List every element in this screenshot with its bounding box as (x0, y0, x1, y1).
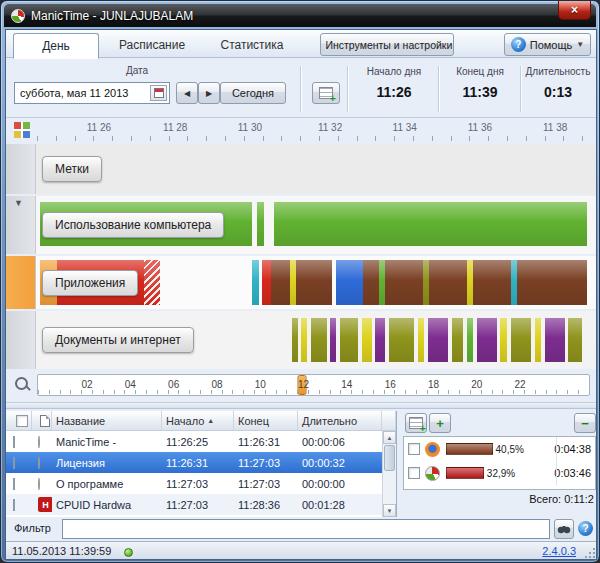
timeline-segment[interactable] (144, 260, 161, 305)
row-checkbox[interactable] (13, 478, 15, 490)
tab-statistics[interactable]: Статистика (208, 33, 296, 57)
scroll-down-icon[interactable]: ▼ (383, 504, 396, 517)
zoom-tick-label: 06 (168, 379, 179, 390)
timeline-segment[interactable] (428, 318, 448, 362)
timeline-segment[interactable] (336, 260, 363, 305)
today-button[interactable]: Сегодня (220, 82, 286, 104)
row-track-applications[interactable]: Приложения (37, 256, 590, 309)
row-label-computer-usage[interactable]: Использование компьютера (42, 212, 224, 238)
add-button[interactable]: + (429, 413, 451, 433)
row-label-documents[interactable]: Документы и интернет (42, 327, 194, 353)
timeline-segment[interactable] (568, 318, 581, 362)
icon-column-header[interactable] (32, 411, 52, 430)
tab-day[interactable]: День (13, 33, 99, 59)
status-datetime: 11.05.2013 11:39:59 (12, 545, 111, 557)
close-button[interactable]: × (558, 1, 591, 20)
usage-bar (446, 467, 484, 479)
row-checkbox[interactable] (13, 457, 15, 469)
timeline-segment[interactable] (418, 318, 424, 362)
summary-row[interactable]: 32,9% 0:03:46 (404, 461, 595, 485)
scroll-up-icon[interactable]: ▲ (383, 431, 396, 444)
timeline-segment[interactable] (467, 318, 473, 362)
date-value: суббота, мая 11 2013 (20, 87, 128, 99)
zoom-slider[interactable]: 0204060810121416182022 (37, 374, 590, 396)
timeline-segment[interactable] (330, 318, 336, 362)
timeline-segment[interactable] (340, 318, 358, 362)
select-all-checkbox[interactable] (16, 415, 28, 427)
date-input[interactable]: суббота, мая 11 2013 (14, 82, 170, 104)
timeline-segment[interactable] (385, 260, 423, 305)
row-checkbox[interactable] (408, 467, 420, 479)
row-track-documents[interactable]: Документы и интернет (37, 311, 590, 369)
row-track-tags[interactable]: Метки (37, 144, 590, 194)
timeline-segment[interactable] (473, 260, 512, 305)
timeline-segment[interactable] (517, 260, 587, 305)
next-day-button[interactable]: ▶ (198, 82, 220, 104)
row-duration: 00:00:00 (298, 478, 382, 490)
table-row[interactable]: H CPUID Hardwa 11:27:03 11:28:36 00:01:2… (6, 494, 396, 515)
duration-column-header[interactable]: Длительно (298, 411, 382, 430)
timeline-segment[interactable] (274, 202, 586, 246)
add-timeline-button[interactable] (312, 82, 340, 104)
row-checkbox[interactable] (408, 443, 420, 455)
row-gutter[interactable]: ▼ (6, 144, 36, 194)
row-checkbox[interactable] (13, 436, 15, 448)
table-row[interactable]: ManicTime - 11:26:25 11:26:31 00:00:06 (6, 431, 396, 452)
timeline-segment[interactable] (545, 318, 565, 362)
timeline-segment[interactable] (535, 318, 541, 362)
timeline-segment[interactable] (511, 318, 531, 362)
timeline-segment[interactable] (477, 318, 497, 362)
row-checkbox[interactable] (13, 499, 15, 511)
timeline-segment[interactable] (389, 318, 414, 362)
today-label: Сегодня (232, 87, 274, 99)
version-link[interactable]: 2.4.0.3 (542, 545, 576, 557)
row-track-computer-usage[interactable]: Использование компьютера (37, 196, 590, 254)
timeline-segment[interactable] (362, 318, 372, 362)
scrollbar-thumb[interactable] (384, 445, 395, 471)
timeline-segment[interactable] (500, 318, 507, 362)
horizontal-splitter[interactable] (6, 402, 597, 409)
timeline-segment[interactable] (296, 260, 332, 305)
zoom-tick-label: 10 (255, 379, 266, 390)
add-group-button[interactable] (405, 413, 427, 433)
row-label-applications[interactable]: Приложения (42, 270, 138, 296)
timeline-legend-icon[interactable] (14, 122, 30, 138)
magnifier-icon[interactable] (15, 377, 30, 392)
remove-button[interactable]: − (574, 413, 596, 433)
end-column-header[interactable]: Конец (234, 411, 298, 430)
row-gutter-applications[interactable] (6, 256, 36, 309)
prev-day-button[interactable]: ◀ (176, 82, 198, 104)
timeline-segment[interactable] (301, 318, 307, 362)
timeline-segment[interactable] (452, 318, 463, 362)
table-scrollbar[interactable]: ▲ ▼ (382, 431, 396, 517)
timeline-segment[interactable] (311, 318, 327, 362)
table-row[interactable]: О программе 11:27:03 11:27:03 00:00:00 (6, 473, 396, 494)
timeline-segment[interactable] (363, 260, 380, 305)
timeline-tick-label: 11 28 (163, 122, 187, 133)
manictime-icon (38, 436, 40, 448)
collapse-row-icon[interactable]: ▼ (14, 198, 23, 208)
summary-row[interactable]: 40,5% 0:04:38 (404, 437, 595, 461)
table-row-selected[interactable]: Лицензия 11:26:31 11:27:03 00:00:32 (6, 452, 396, 473)
timeline-segment[interactable] (292, 318, 298, 362)
timeline-segment[interactable] (271, 260, 290, 305)
timeline-segment[interactable] (429, 260, 468, 305)
row-gutter[interactable] (6, 311, 36, 369)
help-button[interactable]: ? Помощь ▼ (504, 33, 591, 56)
tab-schedule[interactable]: Расписание (106, 33, 198, 57)
title-bar[interactable]: ManicTime - JUNLAJUBALAM (4, 4, 596, 27)
resize-grip[interactable] (585, 548, 595, 558)
name-column-header[interactable]: Название (52, 411, 162, 430)
calendar-button[interactable] (150, 85, 167, 101)
timeline-segment[interactable] (252, 260, 259, 305)
start-column-header[interactable]: Начало▲ (162, 411, 234, 430)
timeline-segment[interactable] (375, 318, 385, 362)
select-all-checkbox-cell[interactable] (6, 411, 32, 430)
search-button[interactable] (554, 519, 574, 539)
row-label-tags[interactable]: Метки (42, 156, 102, 182)
filter-input[interactable] (62, 519, 550, 539)
filter-help-icon[interactable]: ? (578, 521, 593, 536)
timeline-segment[interactable] (262, 260, 271, 305)
timeline-segment[interactable] (257, 202, 264, 246)
tools-settings-button[interactable]: ⚙ Инструменты и настройки ▼ (320, 33, 454, 56)
